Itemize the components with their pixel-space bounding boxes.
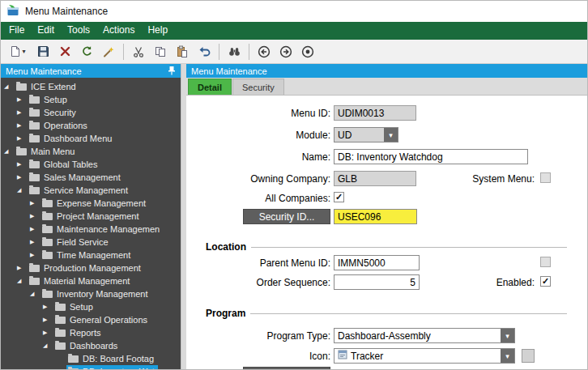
tree-item-expense-management[interactable]: ▶Expense Management xyxy=(1,197,181,210)
collapse-icon[interactable]: ◢ xyxy=(17,187,26,194)
expand-icon[interactable]: ▶ xyxy=(30,226,39,232)
delete-button[interactable] xyxy=(54,42,75,62)
copy-button[interactable] xyxy=(150,42,171,62)
owning-company-input[interactable] xyxy=(334,171,416,186)
tree-item-dashboard-menu[interactable]: ▶Dashboard Menu xyxy=(1,132,181,145)
order-sequence-input[interactable] xyxy=(334,274,420,290)
collapse-icon[interactable]: ◢ xyxy=(4,83,13,90)
icon-dropdown-icon[interactable] xyxy=(501,349,514,363)
paste-button[interactable] xyxy=(172,42,193,62)
tab-detail[interactable]: Detail xyxy=(188,79,232,95)
expand-icon[interactable]: ▶ xyxy=(17,265,26,271)
clipped-bottom-button[interactable] xyxy=(243,367,330,369)
collapse-icon[interactable]: ◢ xyxy=(17,278,26,284)
tree-item-field-service[interactable]: ▶Field Service xyxy=(1,236,181,249)
security-id-button[interactable]: Security ID... xyxy=(243,209,330,224)
tree-item-setup[interactable]: ▶Setup xyxy=(1,300,181,313)
tree-item-label: Maintenance Managemen xyxy=(57,224,160,234)
expand-icon[interactable]: ▶ xyxy=(30,252,39,258)
nav-target-button[interactable] xyxy=(297,42,318,62)
menu-id-input[interactable] xyxy=(334,105,416,121)
tree-item-content: Main Menu xyxy=(15,145,78,158)
paste-icon xyxy=(177,45,188,57)
tree-item-time-management[interactable]: ▶Time Management xyxy=(1,249,181,262)
menu-file[interactable]: File xyxy=(2,22,31,40)
menu-edit[interactable]: Edit xyxy=(31,22,61,40)
name-input[interactable] xyxy=(334,149,528,164)
detail-form: Menu ID: Module: UD Name: Owning Company… xyxy=(186,96,587,369)
tree-item-ice-extend[interactable]: ◢ICE Extend xyxy=(1,80,181,93)
expand-icon[interactable]: ▶ xyxy=(17,174,26,181)
tree-item-content: Sales Management xyxy=(28,171,124,184)
expand-icon[interactable]: ▶ xyxy=(30,239,39,245)
wand-button[interactable] xyxy=(98,42,119,62)
tree-item-inventory-management[interactable]: ◢Inventory Management xyxy=(1,287,181,300)
program-type-label: Program Type: xyxy=(201,330,330,342)
tree-item-maintenance-managemen[interactable]: ▶Maintenance Managemen xyxy=(1,223,181,236)
menu-tools[interactable]: Tools xyxy=(61,22,96,40)
tree-item-production-management[interactable]: ▶Production Management xyxy=(1,262,181,274)
name-label: Name: xyxy=(201,151,330,163)
menu-actions[interactable]: Actions xyxy=(96,22,141,40)
tree-item-service-management[interactable]: ◢Service Management xyxy=(1,184,181,197)
expand-icon[interactable]: ▶ xyxy=(43,330,52,336)
system-menu-checkbox[interactable] xyxy=(540,172,551,183)
expand-icon[interactable]: ▶ xyxy=(43,304,52,310)
tree-item-db-board-footag[interactable]: DB: Board Footag xyxy=(1,352,181,365)
expand-icon[interactable]: ▶ xyxy=(17,109,26,116)
menu-help[interactable]: Help xyxy=(141,22,174,40)
security-id-input[interactable] xyxy=(334,209,417,224)
tree-item-project-management[interactable]: ▶Project Management xyxy=(1,210,181,223)
folder-icon xyxy=(16,148,27,155)
save-icon xyxy=(37,45,49,57)
program-type-select[interactable]: Dashboard-Assembly xyxy=(334,328,515,343)
expand-icon[interactable]: ▶ xyxy=(17,161,26,168)
tree-item-main-menu[interactable]: ◢Main Menu xyxy=(1,145,181,158)
expand-icon[interactable]: ▶ xyxy=(30,200,39,206)
expand-icon[interactable]: ▶ xyxy=(43,317,52,323)
new-button[interactable]: ▾ xyxy=(4,42,32,62)
collapse-icon[interactable]: ◢ xyxy=(4,148,13,155)
tree-item-sales-management[interactable]: ▶Sales Management xyxy=(1,171,181,184)
icon-browse-button[interactable] xyxy=(522,349,535,363)
tree-item-general-operations[interactable]: ▶General Operations xyxy=(1,313,181,326)
find-button[interactable] xyxy=(224,42,245,62)
tree-item-db-inventory-wat[interactable]: DB: Inventory Wat xyxy=(1,365,181,369)
location-flag-checkbox[interactable] xyxy=(540,257,551,267)
nav-back-button[interactable] xyxy=(254,42,275,62)
cut-button[interactable] xyxy=(128,42,149,62)
toolbar-separator xyxy=(249,44,249,60)
icon-select[interactable]: Tracker xyxy=(334,348,515,364)
parent-menu-id-input[interactable] xyxy=(334,255,420,270)
enabled-checkbox[interactable] xyxy=(540,276,551,287)
expand-icon[interactable]: ▶ xyxy=(30,213,39,219)
panel-splitter[interactable] xyxy=(181,64,186,369)
tree-item-global-tables[interactable]: ▶Global Tables xyxy=(1,158,181,171)
pin-icon[interactable] xyxy=(168,66,176,77)
tree-item-reports[interactable]: ▶Reports xyxy=(1,326,181,339)
collapse-icon[interactable]: ◢ xyxy=(43,342,52,349)
module-select[interactable]: UD xyxy=(334,127,398,142)
save-button[interactable] xyxy=(32,42,53,62)
program-type-dropdown-icon[interactable] xyxy=(501,329,514,342)
undo-icon xyxy=(198,46,211,57)
tree-item-label: Dashboard Menu xyxy=(44,134,112,143)
folder-icon xyxy=(68,355,79,363)
all-companies-checkbox[interactable] xyxy=(334,192,344,202)
refresh-button[interactable] xyxy=(76,42,97,62)
nav-forward-button[interactable] xyxy=(275,42,296,62)
module-dropdown-icon[interactable] xyxy=(384,128,398,142)
tree-item-security[interactable]: ▶Security xyxy=(1,106,181,119)
undo-button[interactable] xyxy=(194,42,215,62)
tree-item-operations[interactable]: ▶Operations xyxy=(1,119,181,132)
tree-item-material-management[interactable]: ◢Material Management xyxy=(1,274,181,287)
tree-item-dashboards[interactable]: ◢Dashboards xyxy=(1,339,181,352)
expand-icon[interactable]: ▶ xyxy=(17,96,26,103)
tree-item-setup[interactable]: ▶Setup xyxy=(1,93,181,106)
group-divider-line xyxy=(250,313,567,314)
tab-security[interactable]: Security xyxy=(232,79,284,95)
expand-icon[interactable]: ▶ xyxy=(17,122,26,129)
collapse-icon[interactable]: ◢ xyxy=(30,291,39,297)
main-area: Menu Maintenance ◢ICE Extend▶Setup▶Secur… xyxy=(1,64,587,369)
expand-icon[interactable]: ▶ xyxy=(17,135,26,142)
